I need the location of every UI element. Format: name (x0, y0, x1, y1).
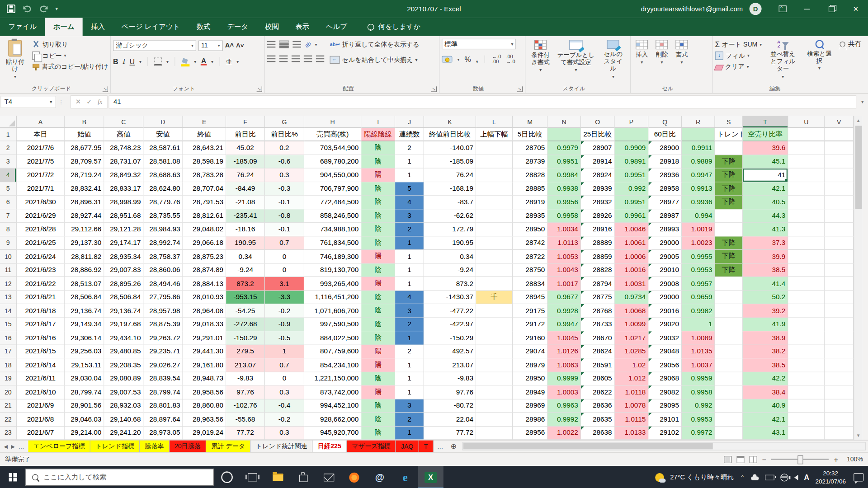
cell-T17[interactable]: 38.2 (743, 345, 788, 358)
cell-S16[interactable] (715, 331, 743, 345)
cell-L20[interactable] (476, 385, 513, 399)
cell-S13[interactable] (715, 291, 743, 304)
cell-U11[interactable] (788, 263, 825, 277)
fill-color-button[interactable] (181, 58, 189, 64)
font-color-button[interactable]: A (201, 58, 207, 66)
minimize-button[interactable] (795, 0, 819, 18)
cell-L5[interactable] (476, 182, 513, 196)
cell-R11[interactable]: 0.9953 (682, 263, 715, 277)
column-header-L[interactable]: L (476, 116, 513, 128)
cell-D9[interactable]: 28,992.74 (144, 236, 183, 250)
currency-format-icon[interactable] (442, 56, 452, 63)
cell-J19[interactable]: 1 (395, 372, 424, 385)
cell-E15[interactable]: 29,018.33 (183, 318, 226, 331)
cell-G23[interactable]: 0.3 (265, 426, 304, 440)
cell-I17[interactable]: 陽 (361, 345, 395, 358)
cell-H16[interactable]: 884,022,500 (304, 331, 361, 345)
cell-T10[interactable]: 39.9 (743, 250, 788, 263)
cell-F13[interactable]: -953.15 (226, 291, 265, 304)
account-email[interactable]: dryyourtearswithlove1@gmail.com (641, 5, 743, 13)
orientation-button[interactable]: ab (304, 40, 312, 49)
sheet-tab-1[interactable]: エンベロープ指標 (28, 441, 90, 452)
cell-C4[interactable]: 28,849.32 (104, 169, 143, 182)
column-header-H[interactable]: H (304, 116, 361, 128)
cell-F19[interactable]: -9.83 (226, 372, 265, 385)
cell-L22[interactable] (476, 413, 513, 426)
cell-C21[interactable]: 28,932.03 (104, 399, 143, 413)
cell-Q3[interactable]: 28918 (648, 155, 682, 169)
column-header-C[interactable]: C (104, 116, 143, 128)
cell-U20[interactable] (788, 385, 825, 399)
cell-S11[interactable]: 下降 (715, 263, 743, 277)
cell-G9[interactable]: 0.7 (265, 236, 304, 250)
share-button[interactable]: 共有 (840, 39, 861, 49)
cell-L19[interactable] (476, 372, 513, 385)
cell-V18[interactable] (825, 358, 854, 372)
cell-N2[interactable]: 0.9979 (547, 141, 581, 155)
cell-K11[interactable]: -9.24 (424, 263, 476, 277)
cell-J18[interactable]: 1 (395, 358, 424, 372)
row-header-5[interactable]: 5 (0, 182, 17, 196)
cell-E9[interactable]: 29,066.18 (183, 236, 226, 250)
row-header-16[interactable]: 16 (0, 331, 17, 345)
cell-C14[interactable]: 29,136.74 (104, 304, 143, 318)
cell-K17[interactable]: 492.57 (424, 345, 476, 358)
cell-H18[interactable]: 854,234,100 (304, 358, 361, 372)
sheet-tab-6[interactable]: トレンド統計関連 (251, 441, 313, 452)
cell-Q9[interactable]: 29000 (648, 236, 682, 250)
cell-P8[interactable]: 1.0046 (615, 223, 649, 236)
cell-C16[interactable]: 29,434.10 (104, 331, 143, 345)
cell-O5[interactable]: 28939 (581, 182, 615, 196)
more-sheets-right-icon[interactable]: … (437, 443, 443, 450)
cell-V11[interactable] (825, 263, 854, 277)
zoom-slider-thumb[interactable] (798, 455, 803, 465)
cell-Q14[interactable]: 29016 (648, 304, 682, 318)
cell-J17[interactable]: 2 (395, 345, 424, 358)
cell-R1[interactable] (682, 128, 715, 141)
cell-O9[interactable]: 28889 (581, 236, 615, 250)
cell-S17[interactable] (715, 345, 743, 358)
cell-O3[interactable]: 28914 (581, 155, 615, 169)
cell-F23[interactable]: 77.72 (226, 426, 265, 440)
cell-Q2[interactable]: 28900 (648, 141, 682, 155)
cell-V16[interactable] (825, 331, 854, 345)
cell-A16[interactable]: 2021/6/16 (17, 331, 65, 345)
cell-J8[interactable]: 2 (395, 223, 424, 236)
cell-H6[interactable]: 772,484,500 (304, 196, 361, 209)
cell-C15[interactable]: 29,197.68 (104, 318, 143, 331)
sheet-tab-8[interactable]: マザーズ指標 (347, 441, 396, 452)
cell-F21[interactable]: -102.76 (226, 399, 265, 413)
cell-H21[interactable]: 994,452,100 (304, 399, 361, 413)
cell-O6[interactable]: 28932 (581, 196, 615, 209)
cell-V1[interactable] (825, 128, 854, 141)
cell-E12[interactable]: 28,884.13 (183, 277, 226, 291)
cell-Q7[interactable]: 28987 (648, 209, 682, 223)
cell-C10[interactable]: 28,935.34 (104, 250, 143, 263)
cell-O10[interactable]: 28859 (581, 250, 615, 263)
cell-L11[interactable] (476, 263, 513, 277)
cell-H8[interactable]: 734,988,100 (304, 223, 361, 236)
cell-N11[interactable]: 1.0043 (547, 263, 581, 277)
cell-L23[interactable] (476, 426, 513, 440)
cell-Q15[interactable]: 29020 (648, 318, 682, 331)
cell-R6[interactable]: 0.9936 (682, 196, 715, 209)
cell-P18[interactable]: 1.02 (615, 358, 649, 372)
cell-H5[interactable]: 706,797,900 (304, 182, 361, 196)
cell-J5[interactable]: 5 (395, 182, 424, 196)
sheet-tab-7[interactable]: 日経225 (313, 441, 347, 452)
column-header-D[interactable]: D (144, 116, 183, 128)
conditional-formatting-button[interactable]: 条件付き書式▾ (528, 39, 553, 84)
cell-U1[interactable] (788, 128, 825, 141)
tell-me-box[interactable]: 何をしますか (368, 22, 420, 36)
cell-C5[interactable]: 28,833.17 (104, 182, 143, 196)
cell-L3[interactable] (476, 155, 513, 169)
cell-K22[interactable]: 22.04 (424, 413, 476, 426)
bold-button[interactable]: B (113, 57, 118, 66)
cell-R12[interactable]: 0.9957 (682, 277, 715, 291)
zoom-level[interactable]: 100% (843, 456, 863, 463)
cell-G1[interactable]: 前日比% (265, 128, 304, 141)
cell-O14[interactable]: 28768 (581, 304, 615, 318)
excel-taskbar-button[interactable]: X (418, 466, 443, 488)
cell-K13[interactable]: -1430.37 (424, 291, 476, 304)
cell-K15[interactable]: -422.97 (424, 318, 476, 331)
